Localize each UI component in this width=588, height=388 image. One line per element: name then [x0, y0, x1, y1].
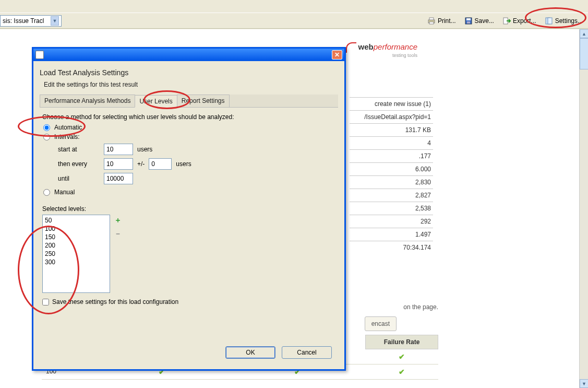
check-icon: ✔	[399, 352, 405, 361]
info-row: 4	[350, 136, 433, 149]
dialog-title-icon	[35, 51, 44, 59]
info-row: 1.497	[350, 228, 433, 241]
save-config-checkbox[interactable]	[42, 299, 49, 305]
add-level-button[interactable]: ＋	[114, 216, 122, 225]
scroll-up-icon[interactable]: ▲	[580, 29, 588, 38]
selected-levels-block: Selected levels: 50 100 150 200 250 300 …	[42, 205, 335, 305]
list-controls: ＋ －	[114, 216, 122, 293]
radio-automatic-label: Automatic	[54, 124, 82, 131]
row-then-every: then every +/- users	[58, 158, 335, 170]
analysis-dropdown[interactable]: sis: Issue Tracl ▼	[0, 15, 62, 27]
list-item[interactable]: 250	[45, 250, 107, 258]
remove-level-button[interactable]: －	[114, 229, 122, 239]
pill-fragment[interactable]: encast	[365, 316, 397, 331]
tab-perf-methods[interactable]: Performance Analysis Methods	[40, 95, 135, 107]
info-row: .177	[350, 149, 433, 162]
radio-automatic[interactable]: Automatic	[42, 124, 335, 131]
export-button[interactable]: Export...	[500, 16, 538, 26]
info-row: 2,830	[350, 175, 433, 189]
scroll-down-icon[interactable]: ▼	[580, 379, 588, 388]
print-label: Print...	[438, 17, 456, 25]
save-config-row[interactable]: Save these settings for this load config…	[42, 298, 335, 305]
svg-rect-5	[467, 21, 470, 23]
radio-intervals-input[interactable]	[43, 134, 50, 140]
toolbar: sis: Issue Tracl ▼ Print... Save... Ex	[0, 0, 588, 29]
tab-user-levels[interactable]: User Levels	[135, 95, 177, 108]
brand-text-b: performance	[374, 42, 417, 51]
list-item[interactable]: 50	[45, 216, 107, 225]
label-then-every: then every	[58, 160, 100, 168]
dialog-subheading: Edit the settings for this test result	[40, 81, 338, 88]
print-button[interactable]: Print...	[425, 16, 458, 26]
svg-rect-2	[429, 22, 434, 24]
svg-rect-4	[466, 18, 471, 20]
settings-icon	[545, 17, 553, 25]
info-row: 2,827	[350, 189, 433, 202]
radio-manual-input[interactable]	[43, 189, 50, 196]
row-start-at: start at users	[58, 144, 335, 155]
cancel-button[interactable]: Cancel	[282, 346, 332, 359]
list-item[interactable]: 300	[45, 258, 107, 266]
radio-intervals-label: Intervals:	[54, 133, 80, 140]
brand-sub: testing tools	[346, 53, 417, 58]
close-button[interactable]: ✕	[332, 50, 342, 60]
row-until: until	[58, 173, 335, 184]
info-table: create new issue (1) /IssueDetail.aspx?p…	[350, 97, 433, 254]
input-until[interactable]	[104, 173, 133, 184]
input-then-every[interactable]	[104, 158, 133, 170]
prompt-text: Choose a method for selecting which user…	[42, 113, 335, 121]
label-start-at: start at	[58, 146, 100, 153]
label-until: until	[58, 175, 100, 182]
label-users-2: users	[176, 160, 191, 168]
info-row: /IssueDetail.aspx?pid=1	[350, 110, 433, 123]
dialog-titlebar[interactable]: ✕	[33, 49, 344, 61]
toolbar-right: Print... Save... Export... Settings...	[425, 13, 585, 29]
export-label: Export...	[513, 17, 536, 25]
dialog-button-row: OK Cancel	[40, 341, 338, 364]
brand-logo: webperformance testing tools	[346, 42, 417, 58]
ok-button[interactable]: OK	[225, 346, 275, 359]
input-plus-minus[interactable]	[149, 158, 172, 170]
list-item[interactable]: 200	[45, 241, 107, 250]
save-config-label: Save these settings for this load config…	[52, 298, 178, 305]
tab-content: Choose a method for selecting which user…	[40, 108, 338, 341]
scroll-thumb[interactable]	[580, 38, 588, 69]
save-button[interactable]: Save...	[462, 16, 496, 26]
settings-button[interactable]: Settings...	[543, 16, 585, 26]
info-row: 2,538	[350, 202, 433, 215]
info-row: 131.7 KB	[350, 123, 433, 136]
svg-rect-1	[429, 18, 434, 20]
info-row: 70:34.174	[350, 241, 433, 254]
radio-intervals[interactable]: Intervals:	[42, 133, 335, 140]
settings-label: Settings...	[555, 17, 583, 25]
selected-levels-label: Selected levels:	[42, 205, 335, 213]
svg-rect-8	[548, 18, 552, 24]
tab-report-settings[interactable]: Report Settings	[177, 95, 230, 107]
chevron-down-icon: ▼	[51, 16, 59, 26]
print-icon	[427, 17, 436, 25]
dialog-tabs: Performance Analysis Methods User Levels…	[40, 95, 338, 108]
toolbar-row: sis: Issue Tracl ▼ Print... Save... Ex	[0, 13, 588, 28]
dialog-heading: Load Test Analysis Settings	[40, 68, 338, 77]
selected-levels-list[interactable]: 50 100 150 200 250 300	[42, 215, 110, 293]
close-icon: ✕	[334, 51, 340, 58]
list-item[interactable]: 150	[45, 233, 107, 241]
settings-dialog: ✕ Load Test Analysis Settings Edit the s…	[32, 47, 346, 371]
info-row: 6.000	[350, 162, 433, 175]
label-plus-minus: +/-	[137, 160, 145, 168]
save-label: Save...	[475, 17, 494, 25]
label-users-1: users	[137, 146, 152, 153]
save-icon	[464, 17, 473, 25]
info-row: create new issue (1)	[350, 97, 433, 110]
radio-automatic-input[interactable]	[43, 124, 50, 131]
radio-manual[interactable]: Manual	[42, 189, 335, 196]
info-row: 292	[350, 215, 433, 228]
brand-swoosh-icon	[346, 42, 356, 53]
input-start-at[interactable]	[104, 144, 133, 155]
text-snippet: on the page.	[403, 303, 438, 311]
list-item[interactable]: 100	[45, 225, 107, 233]
export-icon	[502, 17, 511, 25]
vertical-scrollbar[interactable]: ▲ ▼	[579, 29, 588, 388]
th-failure: Failure Rate	[365, 335, 438, 349]
check-icon: ✔	[399, 368, 405, 376]
